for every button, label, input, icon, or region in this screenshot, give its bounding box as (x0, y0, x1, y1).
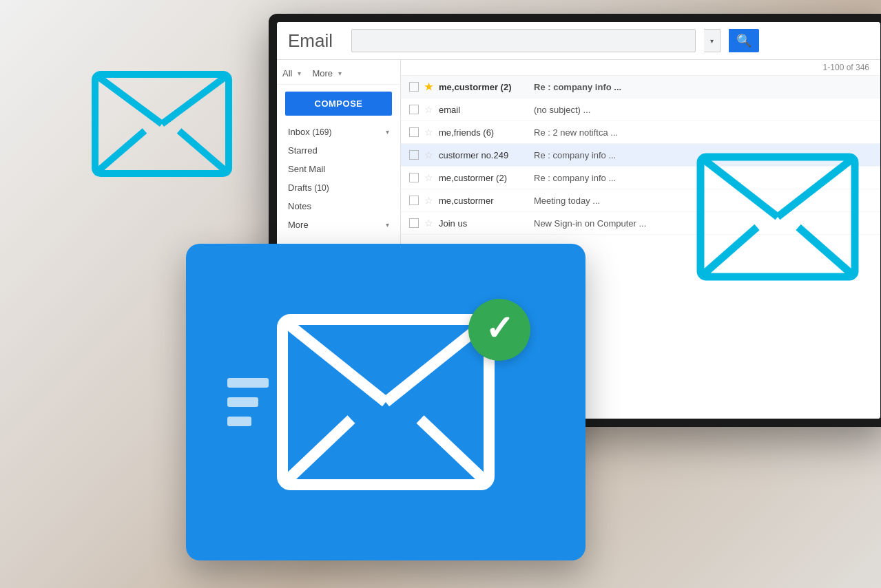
svg-line-8 (701, 227, 757, 277)
sender-name: email (439, 105, 528, 115)
email-count: 1-100 of 346 (401, 60, 880, 76)
row-checkbox[interactable] (409, 218, 419, 228)
star-icon[interactable]: ☆ (424, 195, 433, 206)
drafts-count: (10) (314, 183, 329, 193)
filter-bar: All ▾ More ▾ (277, 65, 400, 85)
inbox-count: (169) (312, 127, 331, 137)
table-row[interactable]: ☆ me,friends (6) Re : 2 new notiftca ... (401, 121, 880, 144)
svg-line-6 (701, 157, 778, 217)
star-icon[interactable]: ☆ (424, 218, 433, 229)
svg-line-4 (179, 131, 229, 174)
search-icon: 🔍 (736, 33, 752, 48)
line-1 (227, 378, 269, 388)
card-text-lines (227, 378, 269, 426)
row-checkbox[interactable] (409, 150, 419, 160)
row-checkbox[interactable] (409, 105, 419, 114)
sidebar-item-more[interactable]: More ▾ (277, 216, 400, 234)
sidebar-item-starred[interactable]: Starred (277, 141, 400, 160)
inbox-label: Inbox (169) (288, 127, 331, 137)
envelope-outline-icon-right (695, 151, 860, 282)
more-label: More (288, 220, 309, 230)
notes-label: Notes (288, 201, 311, 211)
sidebar-item-inbox[interactable]: Inbox (169) ▾ (277, 123, 400, 141)
svg-line-3 (95, 131, 145, 174)
email-header: Email ▾ 🔍 (277, 22, 880, 60)
more-chevron: ▾ (386, 221, 389, 229)
svg-line-14 (420, 419, 489, 485)
line-2 (227, 397, 258, 407)
row-checkbox[interactable] (409, 173, 419, 182)
sender-name: Join us (439, 218, 528, 229)
floating-envelope-right (695, 151, 860, 285)
card-envelope-icon (269, 306, 503, 498)
sidebar-item-drafts[interactable]: Drafts (10) (277, 178, 400, 197)
sender-name: custormer no.249 (439, 150, 528, 160)
app-title: Email (288, 30, 343, 52)
search-input[interactable] (351, 29, 696, 52)
starred-label: Starred (288, 145, 318, 156)
sidebar-item-sent[interactable]: Sent Mail (277, 160, 400, 178)
search-dropdown-btn[interactable]: ▾ (704, 29, 721, 52)
email-subject: (no subject) ... (534, 105, 872, 115)
svg-line-2 (162, 74, 229, 124)
sender-name: me,custormer (2) (439, 173, 528, 183)
sender-name: me,custormer (2) (439, 82, 528, 92)
drafts-label: Drafts (10) (288, 182, 329, 193)
email-feature-card: ✓ (186, 244, 585, 560)
email-subject: Re : 2 new notiftca ... (534, 127, 872, 138)
star-icon[interactable]: ☆ (424, 127, 433, 138)
row-checkbox[interactable] (409, 82, 419, 92)
inbox-chevron: ▾ (386, 128, 389, 136)
star-icon[interactable]: ☆ (424, 149, 433, 160)
svg-line-13 (282, 419, 351, 485)
success-badge: ✓ (468, 299, 530, 361)
row-checkbox[interactable] (409, 127, 419, 137)
filter-all-chevron: ▾ (298, 70, 301, 77)
filter-more-chevron: ▾ (338, 70, 342, 77)
row-checkbox[interactable] (409, 196, 419, 205)
filter-more[interactable]: More (312, 68, 333, 78)
sidebar-item-notes[interactable]: Notes (277, 197, 400, 216)
svg-line-7 (778, 157, 855, 217)
svg-line-9 (798, 227, 855, 277)
floating-envelope-left (90, 69, 234, 182)
checkmark-icon: ✓ (485, 311, 514, 346)
compose-button[interactable]: COMPOSE (285, 92, 392, 116)
svg-line-1 (95, 74, 162, 124)
star-icon[interactable]: ★ (424, 81, 433, 92)
svg-line-11 (282, 319, 386, 402)
filter-all[interactable]: All (282, 68, 292, 78)
email-subject: Re : company info ... (534, 82, 872, 92)
table-row[interactable]: ☆ email (no subject) ... (401, 98, 880, 121)
envelope-outline-icon (90, 69, 234, 179)
star-icon[interactable]: ☆ (424, 172, 433, 183)
line-3 (227, 417, 251, 426)
star-icon[interactable]: ☆ (424, 104, 433, 115)
sender-name: me,custormer (439, 196, 528, 206)
sender-name: me,friends (6) (439, 127, 528, 138)
table-row[interactable]: ★ me,custormer (2) Re : company info ... (401, 76, 880, 98)
search-button[interactable]: 🔍 (729, 29, 759, 52)
sent-label: Sent Mail (288, 164, 325, 174)
